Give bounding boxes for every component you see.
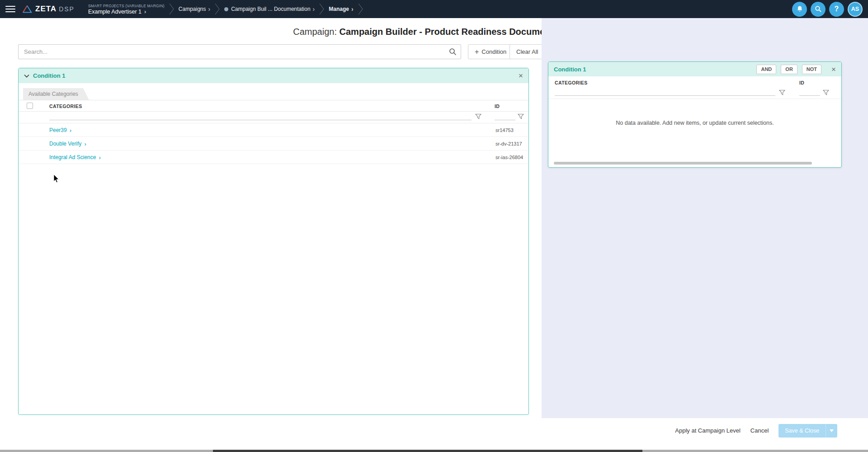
tab-available-categories[interactable]: Available Categories — [23, 88, 89, 100]
collapse-chevron-icon[interactable] — [24, 74, 29, 78]
footer-actions: Apply at Campaign Level Cancel Save & Cl… — [0, 418, 868, 450]
breadcrumb-manage-label: Manage — [329, 6, 349, 12]
plus-icon: + — [475, 48, 479, 56]
topbar-actions: ? AS — [792, 2, 868, 17]
id-filter-input[interactable] — [799, 95, 820, 96]
condition-title: Condition 1 — [33, 72, 66, 79]
chevron-right-icon: › — [144, 9, 146, 15]
save-close-split-button: Save & Close — [778, 424, 837, 438]
condition-panel-header: Condition 1 × — [19, 68, 528, 83]
table-body: Peer39 › sr14753 Double Verify › sr-dv-2… — [19, 123, 528, 164]
condition-panel-header: Condition 1 AND OR NOT × — [548, 62, 841, 76]
condition-title: Condition 1 — [554, 66, 586, 73]
breadcrumb-separator-icon — [358, 3, 363, 15]
hamburger-menu-icon[interactable] — [5, 4, 15, 14]
chevron-right-icon: › — [208, 6, 211, 12]
close-icon[interactable]: × — [831, 66, 836, 73]
chevron-right-icon: › — [351, 6, 354, 12]
column-header-categories: CATEGORIES — [49, 104, 82, 109]
search-icon — [815, 5, 822, 13]
breadcrumb-campaigns-label: Campaigns — [179, 6, 206, 12]
table-row[interactable]: Peer39 › sr14753 — [19, 123, 528, 137]
table-filter-row — [19, 110, 528, 123]
breadcrumb-advertiser-label: Example Advertiser 1 — [88, 9, 142, 15]
search-icon[interactable] — [449, 48, 457, 56]
logo-text-zeta: ZETA — [35, 5, 57, 14]
breadcrumb: SMART PROJECTS (VARIABLE MARGIN) Example… — [86, 0, 366, 18]
category-link[interactable]: Double Verify › — [49, 141, 86, 147]
category-link[interactable]: Integral Ad Science › — [49, 154, 101, 160]
breadcrumb-manage[interactable]: Manage › — [327, 6, 355, 12]
status-dot-icon — [224, 7, 228, 11]
search-box — [18, 44, 461, 59]
column-header-id: ID — [799, 80, 804, 85]
add-condition-label: Condition — [481, 48, 506, 55]
not-operator-button[interactable]: NOT — [802, 65, 821, 74]
row-id: sr-ias-26804 — [495, 155, 523, 160]
notifications-button[interactable] — [792, 2, 807, 17]
avatar[interactable]: AS — [848, 2, 863, 17]
breadcrumb-separator-icon — [319, 3, 324, 15]
categories-filter-input[interactable] — [555, 95, 775, 96]
search-button[interactable] — [811, 2, 826, 17]
chevron-right-icon: › — [84, 141, 86, 147]
breadcrumb-separator-icon — [215, 3, 220, 15]
filter-icon[interactable] — [779, 89, 785, 95]
cancel-link[interactable]: Cancel — [750, 424, 769, 438]
category-link[interactable]: Peer39 › — [49, 127, 71, 133]
category-label: Peer39 — [49, 127, 67, 133]
table-row[interactable]: Double Verify › sr-dv-21317 — [19, 137, 528, 151]
column-header-id: ID — [495, 104, 500, 109]
row-id: sr14753 — [495, 127, 514, 133]
apply-campaign-level-link[interactable]: Apply at Campaign Level — [675, 424, 741, 438]
page-horizontal-scrollbar[interactable] — [0, 450, 868, 452]
selection-area: Condition 1 AND OR NOT × CATEGORIES ID N… — [542, 18, 868, 418]
breadcrumb-separator-icon — [169, 3, 174, 15]
condition-panel-available: Condition 1 × Available Categories CATEG… — [18, 68, 529, 415]
row-id: sr-dv-21317 — [495, 141, 522, 146]
zeta-dsp-logo[interactable]: ZETA DSP — [22, 5, 75, 14]
operator-button-group: AND OR NOT — [756, 65, 821, 74]
select-all-checkbox[interactable] — [27, 103, 33, 109]
search-input[interactable] — [18, 44, 461, 59]
help-button[interactable]: ? — [829, 2, 844, 17]
filter-icon[interactable] — [475, 113, 481, 119]
add-condition-button[interactable]: + Condition — [468, 44, 513, 59]
chevron-right-icon: › — [99, 155, 100, 160]
save-options-dropdown[interactable] — [826, 424, 837, 438]
breadcrumb-campaigns[interactable]: Campaigns › — [177, 6, 212, 12]
table-row[interactable]: Integral Ad Science › sr-ias-26804 — [19, 151, 528, 164]
caret-down-icon — [830, 429, 834, 432]
chevron-right-icon: › — [70, 127, 71, 133]
breadcrumb-advertiser[interactable]: SMART PROJECTS (VARIABLE MARGIN) Example… — [86, 4, 166, 15]
close-icon[interactable]: × — [519, 72, 523, 80]
and-operator-button[interactable]: AND — [756, 65, 776, 74]
zeta-logo-icon — [22, 5, 33, 14]
breadcrumb-project-label: SMART PROJECTS (VARIABLE MARGIN) — [88, 4, 165, 8]
page-title-prefix: Campaign: — [293, 27, 339, 37]
filter-icon[interactable] — [823, 89, 829, 95]
table-filter-row — [548, 87, 841, 99]
page-title-name: Campaign Builder - Product Readiness Doc… — [340, 27, 575, 37]
table-header-row: CATEGORIES ID — [548, 76, 841, 87]
empty-state-message: No data available. Add new items, or upd… — [548, 120, 841, 126]
clear-all-button[interactable]: Clear All — [509, 44, 545, 59]
logo-text-dsp: DSP — [59, 5, 75, 13]
category-label: Double Verify — [49, 141, 81, 147]
breadcrumb-campaign-builder[interactable]: Campaign Buil ... Documentation › — [222, 6, 316, 12]
scrollbar-thumb[interactable] — [213, 450, 642, 452]
filter-icon[interactable] — [518, 113, 524, 119]
condition-panel-selected: Condition 1 AND OR NOT × CATEGORIES ID N… — [548, 61, 842, 168]
id-filter-input[interactable] — [495, 120, 515, 120]
top-navigation-bar: ZETA DSP SMART PROJECTS (VARIABLE MARGIN… — [0, 0, 868, 18]
horizontal-scrollbar[interactable] — [554, 162, 812, 165]
categories-filter-input[interactable] — [49, 120, 472, 120]
breadcrumb-campaign-builder-label: Campaign Buil ... Documentation — [231, 6, 310, 12]
save-close-button[interactable]: Save & Close — [778, 424, 826, 438]
column-header-categories: CATEGORIES — [555, 80, 588, 85]
bell-icon — [796, 5, 803, 13]
or-operator-button[interactable]: OR — [781, 65, 797, 74]
chevron-right-icon: › — [313, 6, 315, 12]
tab-label: Available Categories — [28, 91, 78, 97]
category-label: Integral Ad Science — [49, 154, 96, 160]
